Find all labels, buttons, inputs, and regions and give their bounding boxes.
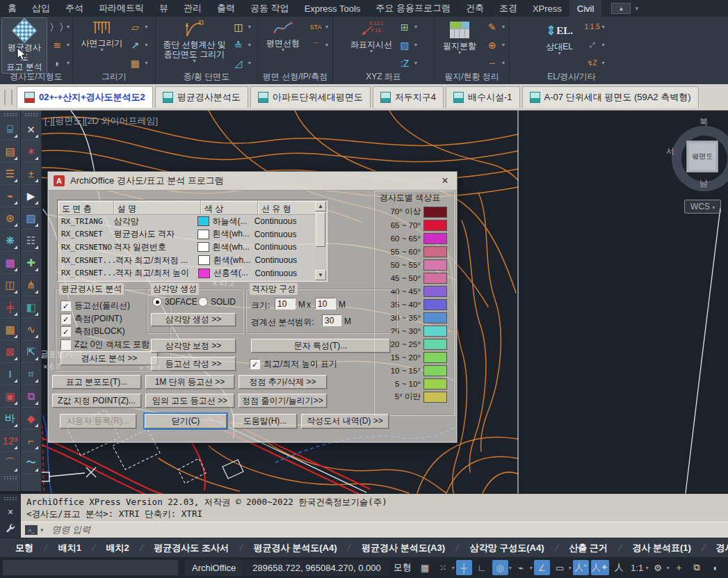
- layer-row[interactable]: RX_TRIANG 삼각망 하늘색(... Continuous: [58, 215, 315, 228]
- close-icon[interactable]: ×: [8, 506, 13, 517]
- contour-1m-button[interactable]: 1M 단위 등고선 >>: [145, 375, 234, 389]
- chevron-down-icon[interactable]: ▾: [248, 24, 251, 30]
- ribbon-small-button[interactable]: 〉〉▾: [48, 18, 71, 35]
- ribbon-collapse-button[interactable]: ▲: [611, 3, 631, 14]
- command-history[interactable]: ArchiOffice XPress Version 22.03, 저작권 © …: [21, 494, 728, 522]
- ribbon-small-button[interactable]: 1:1.5▾: [583, 18, 606, 35]
- ribbon-small-button[interactable]: ⌒▾: [307, 36, 330, 54]
- menu-item[interactable]: 출력: [209, 0, 243, 17]
- toolbar-tool-button[interactable]: ⌒: [1, 452, 19, 474]
- ribbon-small-button[interactable]: ▦▾: [126, 54, 149, 72]
- layer-color-swatch[interactable]: [198, 255, 209, 265]
- status-toggle-icon[interactable]: ＋: [671, 560, 687, 575]
- avg-slope-analysis-button[interactable]: 평균경사도 표고 분석: [2, 18, 47, 73]
- layer-list[interactable]: 도 면 층 설 명 색 상 선 유 형 RX_TRIANG 삼각망 하늘색(..…: [57, 200, 327, 282]
- layout-tab[interactable]: 배치1: [47, 538, 92, 557]
- column-header[interactable]: 선 유 형: [258, 201, 315, 215]
- status-toggle-icon[interactable]: ⧉: [689, 560, 705, 575]
- chevron-down-icon[interactable]: ▾: [601, 60, 604, 66]
- toolbar-tool-button[interactable]: ⌁: [1, 185, 19, 207]
- chevron-down-icon[interactable]: ▾: [414, 24, 417, 30]
- ribbon-small-button[interactable]: ◗▾: [48, 54, 71, 72]
- layer-row[interactable]: RX_CRSNET 평균경사도 격자 흰색(wh... Continuous: [58, 228, 315, 241]
- ribbon-small-button[interactable]: STA▾: [307, 18, 330, 35]
- toolbar-tool-button[interactable]: ±: [22, 163, 40, 185]
- layer-color-swatch[interactable]: [197, 230, 209, 239]
- toolbar-tool-button[interactable]: ▣: [1, 385, 19, 408]
- chevron-down-icon[interactable]: ▾: [145, 60, 147, 66]
- radio-solid[interactable]: SOLID: [198, 297, 236, 307]
- close-icon[interactable]: ×: [439, 175, 451, 187]
- toolbar-tool-button[interactable]: 〜: [22, 452, 40, 474]
- ribbon-small-button[interactable]: ≋▾: [48, 36, 71, 54]
- toolbar-tool-button[interactable]: ◧: [22, 296, 40, 319]
- toolbar-tool-button[interactable]: ❋: [1, 230, 19, 252]
- viewcube-north-label[interactable]: 북: [699, 116, 708, 128]
- viewport-controls-label[interactable]: [-][평면도][2D 와이어프레임]: [45, 115, 158, 127]
- layer-color-swatch[interactable]: [197, 242, 209, 252]
- tin-fix-button[interactable]: 삼각망 보정 >>: [151, 339, 236, 353]
- toolbar-tool-button[interactable]: ☰: [1, 163, 19, 185]
- chevron-down-icon[interactable]: ▾: [530, 565, 533, 571]
- elevation-distribution-button[interactable]: 표고 분포도(T)...: [52, 375, 141, 389]
- drawing-canvas[interactable]: × 15.9 × 47.2 × 33.7 × 6.7 × 7.4 글로벌케이 […: [0, 111, 728, 494]
- grid-height-input[interactable]: 10: [315, 298, 336, 310]
- toolbar-grip[interactable]: [3, 113, 17, 117]
- toolbar-tool-button[interactable]: ▤: [1, 141, 19, 163]
- parcel-split-button[interactable]: 필지분할 ▾: [437, 18, 482, 56]
- contour-create-button[interactable]: 등고선 작성 >>: [151, 357, 236, 371]
- document-tab[interactable]: 저두지구4: [373, 86, 444, 108]
- ribbon-small-button[interactable]: ┄▾: [483, 54, 506, 72]
- toolbar-tool-button[interactable]: ⌸: [1, 118, 19, 141]
- chevron-down-icon[interactable]: ▾: [414, 60, 417, 66]
- layout-tab[interactable]: 평균경사 분석도(A3): [350, 538, 456, 557]
- wcs-selector[interactable]: WCS ▾: [684, 200, 721, 214]
- dialog-titlebar[interactable]: A ArchiOffice 경사도/표고 분석 프로그램 ×: [48, 172, 457, 191]
- viewcube-face[interactable]: 평면도: [686, 141, 718, 172]
- ribbon-small-button[interactable]: ▱▾: [126, 18, 149, 35]
- docs-list-button[interactable]: 작성도서 내역(D) >>: [301, 414, 389, 428]
- status-toggle-icon[interactable]: ▦: [417, 560, 433, 575]
- ribbon-small-button[interactable]: ◿▾: [229, 54, 252, 72]
- chevron-down-icon[interactable]: ▾: [509, 565, 512, 571]
- plan-alignment-button[interactable]: 평면선형 ▾: [261, 18, 305, 54]
- checkbox-point[interactable]: ✓측점(POINT): [60, 313, 122, 325]
- status-toggle-icon[interactable]: 1:1: [629, 560, 645, 575]
- viewcube-west-label[interactable]: 서: [666, 145, 674, 157]
- toolbar-tool-button[interactable]: ◆: [22, 408, 40, 430]
- wrench-icon[interactable]: [5, 523, 16, 534]
- coordinates-readout[interactable]: 289658.722, 965084.270, 0.000: [244, 560, 389, 576]
- chevron-down-icon[interactable]: ▾: [67, 42, 70, 48]
- checkbox-zzero[interactable]: Z값 0인 객체도 포함: [60, 339, 149, 351]
- layer-row[interactable]: RX_CRSNETNO 격자 일련번호 흰색(wh... Continuous: [58, 241, 315, 254]
- column-header[interactable]: 색 상: [201, 201, 258, 215]
- tin-create-button[interactable]: 삼각망 생성 >>: [151, 313, 236, 326]
- column-header[interactable]: 도 면 층: [58, 201, 114, 215]
- chevron-down-icon[interactable]: ▾: [40, 527, 44, 533]
- ribbon-small-button[interactable]: ≙▾: [229, 36, 252, 54]
- contour-any-elev-button[interactable]: 임의 고도 등고선 >>: [145, 394, 234, 408]
- layer-row[interactable]: RX_CRSNET... 격자 최고/최저 높이 선홍색(... Continu…: [58, 266, 315, 280]
- chevron-down-icon[interactable]: ▾: [145, 42, 147, 48]
- chevron-down-icon[interactable]: ▾: [414, 42, 417, 48]
- menu-item[interactable]: 뷰: [152, 0, 176, 17]
- scroll-down-icon[interactable]: ▼: [315, 270, 326, 280]
- ribbon-collapse-caret-icon[interactable]: ▾: [635, 5, 638, 12]
- vertex-add-delete-button[interactable]: 정점 추가/삭제 >>: [238, 375, 327, 389]
- menu-item[interactable]: 주요 응용프로그램: [368, 0, 458, 17]
- space-label[interactable]: 모형: [394, 561, 412, 574]
- ribbon-small-button[interactable]: ↗▾: [126, 36, 149, 54]
- ribbon-small-button[interactable]: ⊞▾: [396, 18, 419, 35]
- chevron-down-icon[interactable]: ▾: [248, 42, 251, 48]
- toolbar-grip[interactable]: [3, 476, 17, 480]
- toolbar-tool-button[interactable]: ⧉: [22, 385, 40, 408]
- zpoint-button[interactable]: Z값 지정 POINT(Z)...: [52, 394, 141, 408]
- toolbar-tool-button[interactable]: ⋔: [22, 274, 40, 296]
- command-input[interactable]: 명령 입력: [52, 524, 91, 536]
- checkbox-block[interactable]: ✓측점(BLOCK): [60, 326, 125, 337]
- layer-color-swatch[interactable]: [197, 216, 209, 226]
- status-toggle-icon[interactable]: 人°: [573, 560, 589, 575]
- toolbar-tool-button[interactable]: 바: [1, 408, 19, 430]
- slope-face-draw-button[interactable]: 사면그리기 ▾: [79, 18, 124, 54]
- layout-tab[interactable]: 경사 분석표(2): [705, 538, 728, 557]
